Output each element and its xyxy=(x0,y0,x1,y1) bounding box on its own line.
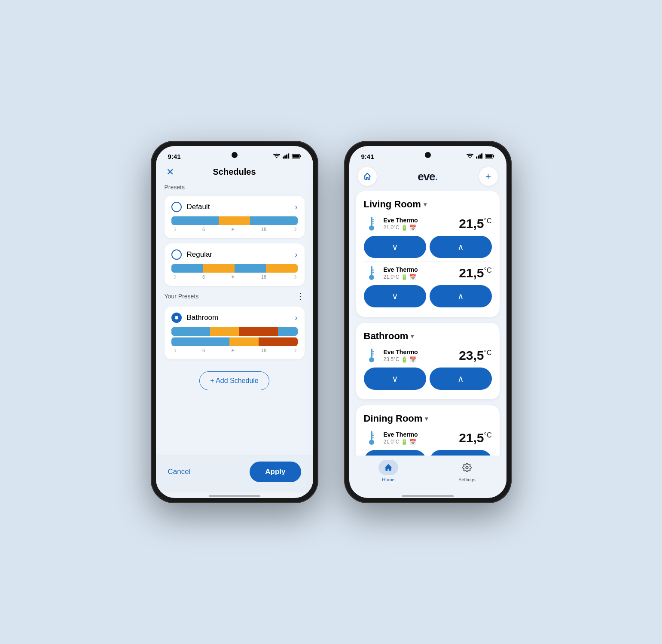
eve-content: Living Room ▾ xyxy=(349,191,506,456)
thermo-lr1-sub: 21,0°C 🔋 📅 xyxy=(384,225,459,231)
phone-schedules: 9:41 ✕ Schedules xyxy=(151,141,318,503)
preset-regular-card: Regular › ☽ 6 ☀ 18 xyxy=(165,243,305,286)
living-room-chevron[interactable]: ▾ xyxy=(424,201,427,208)
bar-seg xyxy=(259,337,297,346)
apply-button[interactable]: Apply xyxy=(250,462,301,482)
signal-icon xyxy=(283,153,290,160)
thermo-bath-info: Eve Thermo 23,5°C 🔋 📅 xyxy=(384,349,459,363)
bar-seg xyxy=(278,327,297,336)
svg-rect-18 xyxy=(372,221,374,222)
dining-room-title[interactable]: Dining Room ▾ xyxy=(364,413,492,424)
label-18: 18 xyxy=(261,227,266,232)
svg-rect-5 xyxy=(299,155,300,158)
wifi-icon xyxy=(273,153,281,160)
preset-default-radio[interactable] xyxy=(171,202,182,212)
eve-home-nav-button[interactable] xyxy=(358,167,377,186)
thermo-lr2-temp: 21,5°C xyxy=(459,266,491,280)
bar-seg xyxy=(239,327,278,336)
bar-seg xyxy=(171,327,210,336)
preset-bathroom-name: Bathroom xyxy=(187,313,295,322)
bathroom-title[interactable]: Bathroom ▾ xyxy=(364,331,492,342)
schedule-default-labels: ☽ 6 ☀ 18 ☽ xyxy=(171,227,298,232)
thermo-lr2-sub: 21,0°C 🔋 📅 xyxy=(384,274,459,280)
preset-regular-chevron[interactable]: › xyxy=(295,250,298,259)
increase-temp-lr2[interactable]: ∧ xyxy=(430,285,492,307)
svg-rect-26 xyxy=(371,349,372,357)
label-sun: ☀ xyxy=(231,348,235,353)
schedules-app: ✕ Schedules Presets Default › xyxy=(156,164,313,498)
thermo-lr2-name: Eve Thermo xyxy=(384,266,459,273)
temp-unit-bath: °C xyxy=(484,349,492,356)
preset-bathroom-radio[interactable] xyxy=(171,313,182,323)
preset-bathroom-card: Bathroom › xyxy=(165,307,305,359)
preset-default-row[interactable]: Default › xyxy=(171,202,298,212)
living-room-title[interactable]: Living Room ▾ xyxy=(364,199,492,210)
svg-rect-20 xyxy=(371,266,372,275)
nav-settings[interactable]: Settings xyxy=(428,460,506,482)
temp-value-lr2: 21,5 xyxy=(459,266,484,280)
preset-regular-row[interactable]: Regular › xyxy=(171,249,298,260)
phone1-camera xyxy=(232,152,238,158)
thermo-lr2-info: Eve Thermo 21,0°C 🔋 📅 xyxy=(384,266,459,280)
preset-regular-radio[interactable] xyxy=(171,249,182,260)
label-moon: ☽ xyxy=(172,274,177,280)
thermo-dr-info: Eve Thermo 21,0°C 🔋 📅 xyxy=(384,431,459,445)
plus-icon: + xyxy=(485,171,491,182)
label-sun: ☀ xyxy=(231,274,235,280)
more-options-button[interactable]: ⋮ xyxy=(296,291,305,301)
nav-home[interactable]: Home xyxy=(349,460,428,482)
svg-rect-10 xyxy=(481,153,482,158)
cancel-button[interactable]: Cancel xyxy=(168,468,191,476)
thermo-bath-temp: 23,5°C xyxy=(459,348,491,363)
svg-rect-9 xyxy=(479,155,481,159)
your-presets-label: Your Presets xyxy=(165,293,199,300)
preset-bathroom-row[interactable]: Bathroom › xyxy=(171,313,298,323)
close-button[interactable]: ✕ xyxy=(166,167,174,177)
bar-seg xyxy=(229,337,259,346)
eve-bottom-nav: Home Settings xyxy=(349,456,506,492)
svg-rect-28 xyxy=(371,356,372,361)
dining-room-chevron[interactable]: ▾ xyxy=(425,415,428,422)
add-schedule-button[interactable]: + Add Schedule xyxy=(199,371,269,390)
svg-rect-19 xyxy=(372,223,374,224)
increase-temp-dr[interactable]: ∧ xyxy=(430,450,492,456)
thermo-lr1-name: Eve Thermo xyxy=(384,217,459,224)
sub-temp-bath: 23,5°C xyxy=(384,356,400,362)
add-schedule-container: + Add Schedule xyxy=(165,365,305,397)
svg-rect-24 xyxy=(372,270,374,271)
schedule-regular-labels: ☽ 6 ☀ 18 ☽ xyxy=(171,274,298,280)
preset-bathroom-bar2 xyxy=(171,337,298,346)
increase-temp-lr1[interactable]: ∧ xyxy=(430,236,492,258)
bathroom-chevron[interactable]: ▾ xyxy=(411,333,414,340)
phone2-screen: 9:41 xyxy=(349,146,506,498)
thermo-row-lr1: Eve Thermo 21,0°C 🔋 📅 21,5°C xyxy=(364,216,492,231)
schedules-header: ✕ Schedules xyxy=(156,164,313,184)
decrease-temp-bath[interactable]: ∨ xyxy=(364,368,426,390)
decrease-temp-lr1[interactable]: ∨ xyxy=(364,236,426,258)
phone1-status-icons xyxy=(273,153,301,160)
preset-regular-name: Regular xyxy=(187,250,295,259)
bar-seg xyxy=(250,216,297,225)
room-bathroom: Bathroom ▾ xyxy=(356,323,500,399)
bar-seg xyxy=(266,264,298,273)
svg-rect-6 xyxy=(292,155,299,158)
label-moon: ☽ xyxy=(172,227,177,232)
living-room-name: Living Room xyxy=(364,199,421,210)
eve-add-button[interactable]: + xyxy=(479,167,498,186)
thermo-dr-name: Eve Thermo xyxy=(384,431,459,438)
thermo-row-dr: Eve Thermo 21,0°C 🔋 📅 21,5°C xyxy=(364,430,492,446)
svg-rect-34 xyxy=(371,439,372,443)
label-6: 6 xyxy=(202,227,205,232)
preset-default-chevron[interactable]: › xyxy=(295,203,298,212)
label-moon: ☽ xyxy=(172,348,177,353)
eve-header: eve. + xyxy=(349,164,506,191)
thermo-lr1-info: Eve Thermo 21,0°C 🔋 📅 xyxy=(384,217,459,231)
decrease-temp-dr[interactable]: ∨ xyxy=(364,450,426,456)
battery-icon xyxy=(485,153,494,160)
svg-rect-17 xyxy=(372,219,374,220)
increase-temp-bath[interactable]: ∧ xyxy=(430,368,492,390)
preset-bathroom-chevron[interactable]: › xyxy=(295,313,298,322)
svg-rect-31 xyxy=(372,355,374,355)
decrease-temp-lr2[interactable]: ∨ xyxy=(364,285,426,307)
temp-value-lr1: 21,5 xyxy=(459,216,484,231)
